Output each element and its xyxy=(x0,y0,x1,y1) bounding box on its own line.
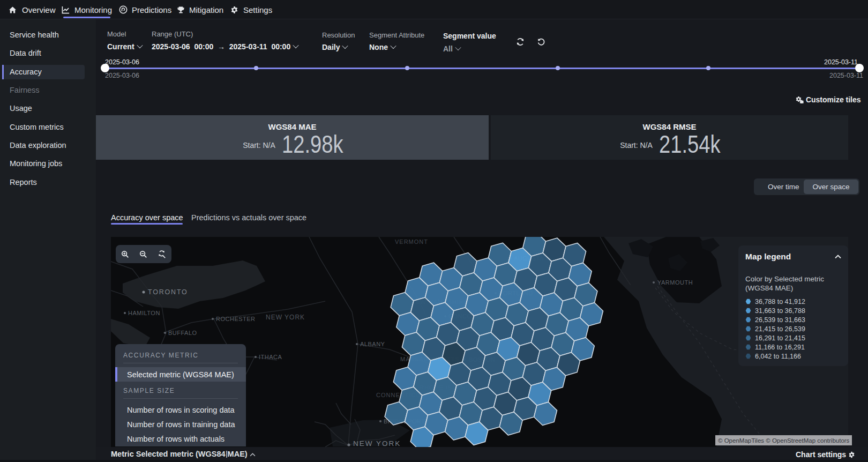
svg-text:YARMOUTH: YARMOUTH xyxy=(657,279,693,286)
svg-text:ROCHESTER: ROCHESTER xyxy=(216,316,256,322)
svg-text:BUFFALO: BUFFALO xyxy=(168,330,197,336)
svg-text:TORONTO: TORONTO xyxy=(148,288,188,296)
svg-text:NEW YORK: NEW YORK xyxy=(266,314,305,321)
svg-text:ALBANY: ALBANY xyxy=(360,341,385,347)
svg-text:VERMONT: VERMONT xyxy=(395,239,428,245)
svg-text:ITHACA: ITHACA xyxy=(259,354,282,360)
svg-text:HAMILTON: HAMILTON xyxy=(128,310,160,316)
svg-text:NEW YORK: NEW YORK xyxy=(353,439,401,447)
